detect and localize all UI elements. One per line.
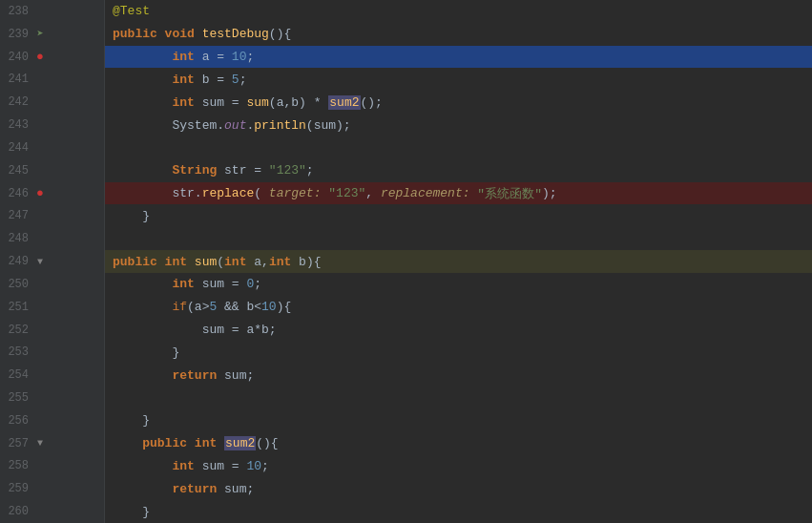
- code-line: public int sum(int a,int b){: [105, 250, 812, 273]
- token-string: "123": [328, 186, 365, 200]
- token-plain: [113, 50, 172, 64]
- breakpoint-icon[interactable]: ●: [32, 50, 48, 65]
- code-line: }: [105, 500, 812, 523]
- token-var: sum: [202, 459, 224, 473]
- token-kw: int: [172, 73, 201, 87]
- token-kw: int: [172, 277, 201, 291]
- token-plain: [113, 482, 172, 496]
- token-plain: =: [209, 73, 231, 87]
- gutter-row: 243: [0, 114, 104, 136]
- code-line: @Test: [105, 0, 812, 23]
- code-line: int a = 10;: [105, 46, 812, 69]
- token-var: str.: [172, 186, 201, 200]
- line-number: 243: [0, 118, 29, 132]
- token-kw2: if: [172, 300, 187, 314]
- code-line: sum = a*b;: [105, 319, 812, 342]
- collapse-icon[interactable]: ▼: [32, 254, 48, 269]
- token-plain: (: [217, 255, 224, 269]
- token-method-name: sum: [195, 255, 217, 269]
- token-kw: public: [113, 255, 165, 269]
- token-num: 0: [246, 277, 254, 291]
- token-plain: (){: [256, 436, 278, 450]
- token-plain: [113, 73, 172, 87]
- code-line: [105, 227, 812, 250]
- gutter-row: 242: [0, 91, 104, 114]
- code-line: }: [105, 204, 812, 227]
- gutter-row: 259: [0, 477, 104, 500]
- line-number: 245: [0, 164, 29, 178]
- token-var: sum: [202, 95, 224, 110]
- token-plain: (sum);: [306, 118, 351, 133]
- line-number: 238: [0, 5, 29, 18]
- token-var: b: [299, 255, 306, 269]
- token-plain: ;: [254, 277, 261, 291]
- token-method-name: replace: [202, 186, 255, 200]
- gutter-row: 244: [0, 136, 104, 159]
- token-plain: [113, 436, 142, 450]
- token-var: a,: [254, 255, 269, 269]
- gutter-row: 245: [0, 159, 104, 182]
- code-line: [105, 136, 812, 159]
- line-number: 254: [0, 368, 29, 382]
- breakpoint-icon[interactable]: ●: [32, 186, 48, 201]
- token-plain: ();: [361, 95, 383, 110]
- code-line: public int sum2(){: [105, 432, 812, 455]
- token-kw: int: [172, 459, 201, 473]
- line-number: 255: [0, 391, 29, 405]
- token-var: str: [224, 163, 246, 178]
- token-plain: [113, 186, 172, 200]
- token-num: 10: [261, 300, 277, 314]
- token-kw: return: [172, 482, 224, 496]
- token-kw: int: [165, 255, 195, 269]
- token-var: sum: [202, 277, 224, 291]
- token-plain: (){: [269, 27, 291, 41]
- token-kw: return: [172, 368, 224, 383]
- token-param-label: target:: [269, 186, 328, 200]
- token-kw: public: [113, 27, 165, 41]
- code-area[interactable]: @Testpublic void testDebug(){ int a = 10…: [105, 0, 812, 523]
- line-number: 241: [0, 73, 29, 86]
- gutter-row: 253: [0, 341, 104, 364]
- token-string: "系统函数": [477, 185, 542, 202]
- token-kw: void: [165, 27, 202, 41]
- line-number: 244: [0, 141, 29, 155]
- token-var: sum: [224, 482, 246, 496]
- token-plain: ;: [246, 482, 254, 496]
- token-plain: =: [224, 277, 246, 291]
- token-annotation: @Test: [113, 4, 150, 18]
- token-plain: = a*b;: [224, 323, 277, 337]
- token-plain: }: [113, 505, 150, 519]
- line-number: 257: [0, 437, 29, 450]
- token-var: b: [202, 73, 210, 87]
- gutter-row: 252: [0, 319, 104, 342]
- code-line: public void testDebug(){: [105, 23, 812, 46]
- line-number: 242: [0, 95, 29, 109]
- token-kw: int: [195, 436, 224, 450]
- token-plain: [113, 95, 172, 110]
- gutter-row: 247: [0, 204, 104, 227]
- token-kw: int: [224, 255, 254, 269]
- line-number: 258: [0, 459, 29, 472]
- collapse-icon[interactable]: ▼: [32, 436, 48, 451]
- code-line: String str = "123";: [105, 159, 812, 182]
- code-line: return sum;: [105, 477, 812, 500]
- line-number: 251: [0, 301, 29, 314]
- token-plain: ;: [261, 459, 269, 473]
- token-num: 10: [232, 50, 247, 64]
- token-plain: ;: [246, 368, 254, 383]
- token-plain: =: [224, 95, 246, 110]
- debug-arrow-icon: ➤: [32, 27, 48, 42]
- token-plain: =: [209, 50, 231, 64]
- code-line: }: [105, 341, 812, 364]
- token-plain: [113, 277, 172, 291]
- code-editor: 238239➤240●241242243244245246●247248249▼…: [0, 0, 812, 523]
- line-number: 252: [0, 324, 29, 337]
- token-plain: (: [254, 186, 269, 200]
- token-kw: public: [142, 436, 195, 450]
- token-plain: .: [246, 118, 254, 133]
- gutter-row: 238: [0, 0, 104, 23]
- token-method-name: testDebug: [202, 27, 269, 41]
- token-plain: (a,b) *: [269, 95, 328, 110]
- line-number: 239: [0, 28, 29, 41]
- token-plain: && b<: [217, 300, 261, 314]
